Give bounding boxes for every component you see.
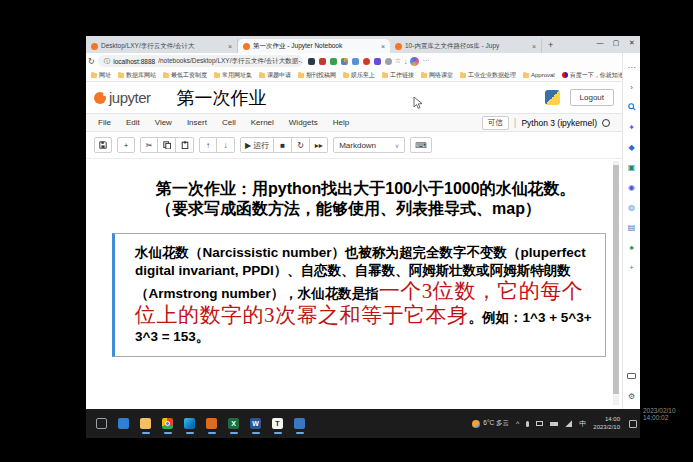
bookmark-item[interactable]: 工业企业数据处理 — [460, 71, 516, 80]
refresh-icon[interactable]: ↻ — [88, 57, 95, 66]
menu-cell[interactable]: Cell — [222, 118, 236, 127]
bookmark-item[interactable]: 网址 — [91, 71, 111, 80]
office-icon[interactable]: ◍ — [623, 197, 640, 217]
page-scrollbar[interactable] — [613, 161, 619, 405]
run-cell-button[interactable]: ▶ 运行 — [240, 137, 274, 153]
url-input[interactable]: ⓘ localhost:8888 /notebooks/Desktop/LXY/… — [98, 55, 303, 67]
notification-center-icon[interactable] — [629, 420, 637, 428]
bookmark-item[interactable]: 数据库网站 — [118, 71, 156, 80]
screenshot-icon[interactable] — [623, 366, 640, 386]
close-button[interactable]: ✕ — [624, 36, 640, 49]
start-button[interactable] — [117, 416, 130, 431]
save-button[interactable] — [94, 137, 112, 153]
tree-icon[interactable]: ♠ — [623, 237, 640, 257]
more-options-icon[interactable]: ⋯ — [422, 57, 429, 65]
selected-markdown-cell[interactable]: 水仙花数（Narcissistic number）也被称为超完全数字不变数（pl… — [112, 233, 606, 357]
sidebar-expand-icon[interactable]: › — [623, 77, 640, 97]
menu-insert[interactable]: Insert — [187, 118, 207, 127]
menu-widgets[interactable]: Widgets — [289, 118, 318, 127]
notebook-title[interactable]: 第一次作业 — [177, 86, 267, 110]
cell-type-dropdown[interactable]: Markdown ∨ — [333, 137, 405, 153]
tools-icon[interactable]: ◆ — [623, 137, 640, 157]
bookmark-item[interactable]: 网络课堂 — [421, 71, 453, 80]
games-icon[interactable]: ▣ — [623, 157, 640, 177]
typora-icon[interactable]: T — [271, 416, 284, 431]
network-icon[interactable] — [565, 420, 572, 427]
file-explorer-icon[interactable] — [139, 416, 152, 431]
sidebar-more-icon[interactable]: ⋯ — [623, 57, 640, 77]
bookmark-item[interactable]: 工作链接 — [382, 71, 414, 80]
cut-cell-button[interactable]: ✂ — [140, 137, 158, 153]
search-icon[interactable] — [623, 97, 640, 117]
copilot-icon[interactable]: ✦ — [623, 117, 640, 137]
extension-icon[interactable] — [341, 58, 348, 65]
copy-cell-button[interactable] — [158, 137, 176, 153]
outlook-icon[interactable]: ▤ — [623, 217, 640, 237]
move-cell-up-button[interactable]: ↑ — [199, 137, 217, 153]
word-icon[interactable]: W — [249, 416, 262, 431]
bookmark-item[interactable]: 课题申请 — [259, 71, 291, 80]
command-palette-button[interactable]: ⌨ — [410, 137, 432, 153]
bookmark-item-baidu[interactable]: 百度一下，你就知道 — [562, 71, 622, 80]
maximize-button[interactable]: ▢ — [608, 36, 624, 49]
new-tab-button[interactable]: + — [542, 40, 559, 50]
paste-cell-button[interactable] — [176, 137, 194, 153]
favorites-icon[interactable]: ☆ — [395, 57, 401, 65]
extension-icon[interactable] — [374, 58, 381, 65]
extension-icon[interactable] — [308, 58, 315, 65]
hidden-icons-chevron[interactable]: ^ — [516, 420, 519, 427]
logout-button[interactable]: Logout — [570, 89, 614, 106]
microphone-icon[interactable] — [526, 421, 529, 427]
extension-icon[interactable] — [330, 58, 337, 65]
ime-indicator[interactable]: 中 — [579, 419, 586, 429]
scrollbar-thumb[interactable] — [613, 165, 619, 394]
people-icon[interactable]: ◉ — [623, 177, 640, 197]
weather-widget[interactable]: 6°C 多云 — [472, 419, 509, 428]
display-icon[interactable] — [536, 421, 543, 426]
excel-icon[interactable]: X — [227, 416, 240, 431]
extension-icon[interactable] — [385, 58, 392, 65]
browser-tab-1[interactable]: Desktop/LXY/李行云文件/会计大 × — [86, 39, 238, 53]
tab-close-icon[interactable]: × — [381, 43, 385, 50]
bookmark-item[interactable]: 最低工资制度 — [163, 71, 207, 80]
menu-help[interactable]: Help — [333, 118, 349, 127]
move-cell-down-button[interactable]: ↓ — [217, 137, 235, 153]
restart-kernel-button[interactable]: ↻ — [292, 137, 310, 153]
interrupt-kernel-button[interactable]: ■ — [274, 137, 292, 153]
windows-taskbar: X W T 6°C 多云 ^ 中 14:00 2023/2/10 — [86, 409, 640, 438]
minimize-button[interactable]: — — [592, 36, 608, 49]
chrome-icon[interactable] — [161, 416, 174, 431]
taskbar-clock[interactable]: 14:00 2023/2/10 — [593, 416, 620, 431]
blue-app-icon[interactable] — [293, 416, 306, 431]
baidu-icon — [562, 72, 568, 78]
profile-avatar[interactable] — [410, 57, 419, 66]
bookmark-item[interactable]: Approval — [523, 72, 555, 78]
menu-view[interactable]: View — [155, 118, 172, 127]
extension-icon[interactable] — [319, 58, 326, 65]
downloads-icon[interactable]: ↓ — [404, 58, 408, 65]
add-sidebar-icon[interactable]: + — [623, 257, 640, 277]
menu-edit[interactable]: Edit — [126, 118, 140, 127]
settings-gear-icon[interactable]: ⚙ — [623, 386, 640, 406]
add-cell-button[interactable]: + — [117, 137, 135, 153]
jupyter-logo[interactable]: jupyter — [94, 89, 151, 106]
tab-close-icon[interactable]: × — [228, 43, 232, 50]
site-info-icon[interactable]: ⓘ — [104, 57, 111, 66]
bookmark-item[interactable]: 娱乐至上 — [343, 71, 375, 80]
markdown-heading-cell[interactable]: 第一次作业：用python找出大于100小于1000的水仙花数。（要求写成函数方… — [156, 179, 586, 220]
bookmark-item[interactable]: 期刊投稿网 — [298, 71, 336, 80]
extension-icon[interactable] — [363, 58, 370, 65]
bookmark-item[interactable]: 常用网址集 — [214, 71, 252, 80]
tab-close-icon[interactable]: × — [532, 43, 536, 50]
menu-file[interactable]: File — [98, 118, 111, 127]
browser-tab-3[interactable]: 10-内置库之文件路径os库 - Jupy × — [390, 39, 542, 53]
battery-icon[interactable] — [550, 422, 558, 426]
restart-run-all-button[interactable]: ▸▸ — [310, 137, 328, 153]
task-view-icon[interactable] — [95, 416, 108, 431]
menu-kernel[interactable]: Kernel — [251, 118, 274, 127]
browser-tab-2-active[interactable]: 第一次作业 - Jupyter Notebook × — [238, 39, 390, 53]
edge-icon[interactable] — [183, 416, 196, 431]
orange-app-icon[interactable] — [205, 416, 218, 431]
extension-icon[interactable] — [352, 58, 359, 65]
folder-icon — [298, 73, 304, 78]
